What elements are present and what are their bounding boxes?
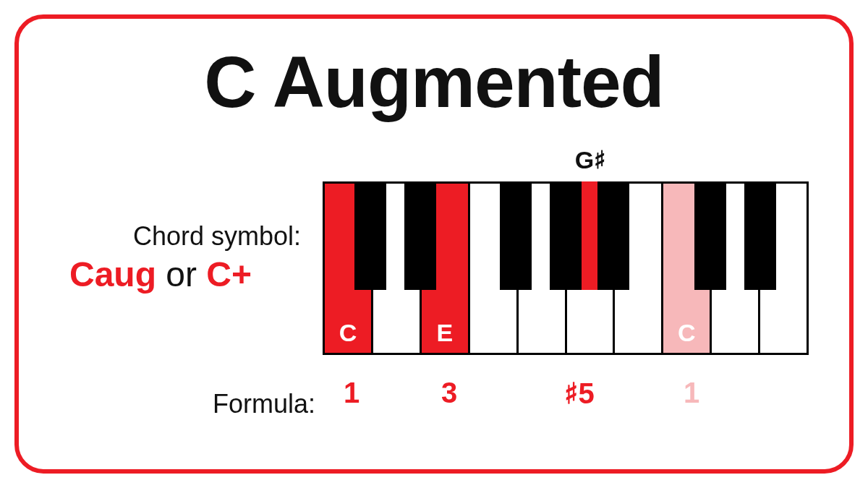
degree: 3 <box>441 377 457 409</box>
white-key <box>567 184 616 353</box>
white-key-e: E <box>422 184 470 353</box>
chord-card: C Augmented Chord symbol: Caug or C+ G♯ … <box>14 14 854 474</box>
white-key <box>760 184 809 353</box>
formula-label: Formula: <box>185 389 326 419</box>
degree: ♯5 <box>564 377 594 410</box>
chord-symbol-label: Chord symbol: <box>69 221 301 252</box>
white-key <box>519 184 567 353</box>
chord-symbol-block: Chord symbol: Caug or C+ <box>69 221 301 294</box>
chord-symbol-value: Caug or C+ <box>69 254 301 294</box>
degree: 1 <box>344 377 359 409</box>
white-key <box>373 184 422 353</box>
formula-row: Formula: 1 3 ♯5 1 <box>185 377 814 419</box>
piano-keyboard: G♯ C E C <box>323 181 809 355</box>
white-key <box>615 184 663 353</box>
formula-degrees: 1 3 ♯5 1 <box>326 377 814 413</box>
chord-symbol-secondary: C+ <box>206 255 252 294</box>
black-key-label: G♯ <box>561 145 619 174</box>
note-label: C <box>663 319 710 347</box>
chord-symbol-connector: or <box>156 255 206 294</box>
white-key-c: C <box>325 184 373 353</box>
note-label: E <box>422 319 468 347</box>
white-keys: C E C <box>323 181 809 355</box>
degree-octave: 1 <box>684 377 699 409</box>
white-key <box>712 184 760 353</box>
white-key-c-octave: C <box>663 184 712 353</box>
note-label: C <box>325 319 371 347</box>
white-key <box>470 184 519 353</box>
chord-symbol-primary: Caug <box>69 255 156 294</box>
chord-title: C Augmented <box>19 40 849 124</box>
